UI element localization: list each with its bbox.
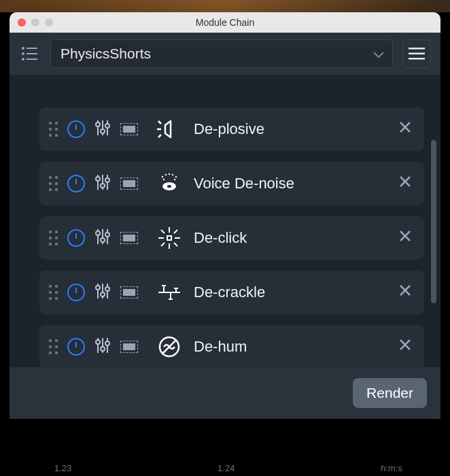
render-button[interactable]: Render xyxy=(353,378,427,408)
svg-point-4 xyxy=(22,58,24,61)
drag-handle-icon[interactable] xyxy=(49,122,58,137)
svg-point-37 xyxy=(101,238,105,242)
module-settings-button[interactable] xyxy=(94,282,111,303)
list-icon xyxy=(21,46,39,61)
module-row[interactable]: De-hum xyxy=(39,325,424,367)
svg-point-54 xyxy=(101,292,105,296)
module-remove-button[interactable] xyxy=(396,226,415,250)
drag-handle-icon[interactable] xyxy=(49,285,58,300)
module-preset-button[interactable] xyxy=(120,177,138,190)
svg-point-39 xyxy=(105,233,109,237)
module-label: Voice De-noise xyxy=(194,175,386,192)
module-power-toggle[interactable] xyxy=(67,284,85,301)
preset-name: PhysicsShorts xyxy=(60,46,151,62)
timeline-ruler: 1.23 1.24 h:m:s xyxy=(0,463,450,473)
svg-point-2 xyxy=(22,52,24,55)
svg-point-25 xyxy=(162,176,163,177)
svg-point-28 xyxy=(172,174,173,175)
hamburger-icon xyxy=(409,48,425,60)
module-power-toggle[interactable] xyxy=(67,229,85,247)
module-remove-button[interactable] xyxy=(396,172,415,195)
module-row[interactable]: Voice De-noise xyxy=(39,162,424,205)
footer: Render xyxy=(10,367,440,419)
svg-point-18 xyxy=(96,177,100,181)
svg-line-46 xyxy=(174,243,177,246)
timeline-tick: 1.24 xyxy=(218,463,235,473)
module-preset-button[interactable] xyxy=(120,232,138,244)
module-chain-window: Module Chain PhysicsShorts xyxy=(10,12,440,419)
drag-handle-icon[interactable] xyxy=(49,231,58,245)
svg-rect-3 xyxy=(27,53,37,54)
svg-point-67 xyxy=(96,340,100,344)
module-label: De-plosive xyxy=(194,120,386,138)
svg-point-52 xyxy=(96,286,100,290)
module-preset-button[interactable] xyxy=(120,123,138,135)
drag-handle-icon[interactable] xyxy=(49,176,58,191)
deplosive-icon xyxy=(154,117,184,141)
module-preset-button[interactable] xyxy=(120,341,138,353)
module-label: De-hum xyxy=(194,338,386,356)
module-row[interactable]: De-click xyxy=(39,216,424,260)
timeline-tick: 1.23 xyxy=(54,463,71,473)
svg-point-14 xyxy=(105,124,109,128)
chevron-down-icon xyxy=(373,46,384,62)
zoom-window-button[interactable] xyxy=(45,18,53,27)
module-remove-button[interactable] xyxy=(396,281,415,304)
svg-rect-7 xyxy=(409,53,425,55)
svg-point-24 xyxy=(167,185,171,188)
svg-point-20 xyxy=(101,184,105,188)
svg-point-29 xyxy=(175,176,177,177)
window-title: Module Chain xyxy=(10,17,440,28)
module-settings-button[interactable] xyxy=(94,119,111,139)
timeline-unit: h:m:s xyxy=(381,463,402,473)
declick-icon xyxy=(154,226,184,250)
svg-point-12 xyxy=(101,129,105,133)
module-remove-button[interactable] xyxy=(396,335,415,358)
svg-point-30 xyxy=(163,179,165,180)
svg-rect-40 xyxy=(167,236,171,240)
svg-point-0 xyxy=(22,47,24,50)
module-list: De-plosive Voice De-noise xyxy=(10,75,440,367)
list-view-toggle[interactable] xyxy=(19,43,41,65)
scrollbar-thumb[interactable] xyxy=(431,140,436,303)
module-power-toggle[interactable] xyxy=(67,338,85,356)
module-settings-button[interactable] xyxy=(94,228,111,248)
svg-point-69 xyxy=(101,347,105,351)
svg-point-27 xyxy=(169,173,170,175)
svg-point-26 xyxy=(165,174,167,175)
svg-point-10 xyxy=(96,122,100,126)
svg-point-22 xyxy=(105,178,109,182)
module-settings-button[interactable] xyxy=(94,173,111,194)
module-remove-button[interactable] xyxy=(396,118,415,141)
svg-point-31 xyxy=(174,179,175,180)
module-power-toggle[interactable] xyxy=(67,120,85,138)
preset-dropdown[interactable]: PhysicsShorts xyxy=(50,39,393,68)
minimize-window-button[interactable] xyxy=(31,18,39,27)
decrackle-icon xyxy=(154,280,184,305)
svg-line-48 xyxy=(161,243,165,246)
menu-button[interactable] xyxy=(402,39,431,68)
svg-rect-1 xyxy=(27,48,37,49)
svg-rect-6 xyxy=(409,48,425,50)
dehum-icon xyxy=(154,335,184,359)
svg-point-56 xyxy=(105,287,109,291)
module-settings-button[interactable] xyxy=(94,337,111,357)
module-preset-button[interactable] xyxy=(120,286,138,299)
drag-handle-icon[interactable] xyxy=(49,339,58,354)
toolbar: PhysicsShorts xyxy=(10,33,440,75)
svg-rect-8 xyxy=(409,58,425,60)
denoise-icon xyxy=(154,171,184,196)
svg-line-47 xyxy=(174,230,177,233)
close-window-button[interactable] xyxy=(18,18,26,27)
module-power-toggle[interactable] xyxy=(67,175,85,192)
svg-point-35 xyxy=(96,231,100,235)
svg-rect-5 xyxy=(27,58,37,60)
module-label: De-click xyxy=(194,229,386,247)
module-label: De-crackle xyxy=(194,284,386,301)
module-row[interactable]: De-plosive xyxy=(39,107,424,151)
titlebar: Module Chain xyxy=(10,12,440,33)
svg-line-45 xyxy=(161,230,165,233)
svg-point-71 xyxy=(105,341,109,345)
module-row[interactable]: De-crackle xyxy=(39,271,424,314)
